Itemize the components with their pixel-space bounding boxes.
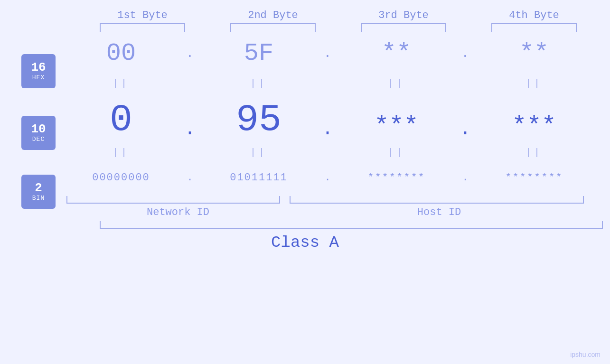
hex-dot-1: . xyxy=(183,46,197,61)
equals-row-1: || || || || xyxy=(66,75,589,92)
hex-row: 00 . 5F . ** . ** xyxy=(66,32,589,75)
hex-dot-2: . xyxy=(320,46,335,61)
dec-dot-3: . xyxy=(458,106,472,139)
bracket-byte1 xyxy=(100,23,185,32)
dec-val-2: 95 xyxy=(236,101,282,139)
bin-cell-4: ******** xyxy=(487,172,582,184)
eq2-c4: || xyxy=(487,147,582,158)
bin-row: 00000000 . 01011111 . ******** . xyxy=(66,161,589,194)
badges-stack: 16 HEX 10 DEC 2 BIN xyxy=(0,45,66,206)
byte1-header: 1st Byte xyxy=(95,9,190,21)
eq1-c4: || xyxy=(487,78,582,89)
host-id-label: Host ID xyxy=(290,206,589,218)
dec-val-1: 0 xyxy=(110,101,132,139)
byte3-header: 3rd Byte xyxy=(356,9,451,21)
dec-val-4: *** xyxy=(512,114,556,139)
bin-badge-label: BIN xyxy=(32,195,45,202)
hex-val-2: 5F xyxy=(244,39,273,67)
byte2-header: 2nd Byte xyxy=(225,9,320,21)
eq1-c3: || xyxy=(349,78,444,89)
bin-dot-1: . xyxy=(183,172,197,184)
class-label: Class A xyxy=(0,233,610,252)
hex-cell-3: ** xyxy=(349,39,444,67)
hex-cell-4: ** xyxy=(487,39,582,67)
network-id-label: Network ID xyxy=(66,206,290,218)
dec-cell-1: 0 xyxy=(74,101,169,139)
bin-cell-1: 00000000 xyxy=(74,172,169,184)
rows-stack: 00 . 5F . ** . ** xyxy=(66,32,589,218)
hex-val-1: 00 xyxy=(106,39,136,67)
hex-cell-2: 5F xyxy=(211,39,306,67)
equals-row-2: || || || || xyxy=(66,144,589,161)
network-bracket xyxy=(66,196,280,204)
dec-cell-4: *** xyxy=(487,114,582,139)
eq2-c2: || xyxy=(211,147,306,158)
eq2-c1: || xyxy=(74,147,169,158)
hex-dot-3: . xyxy=(458,46,472,61)
id-brackets xyxy=(66,195,589,204)
hex-cell-1: 00 xyxy=(74,39,169,67)
eq1-c2: || xyxy=(211,78,306,89)
eq1-c1: || xyxy=(74,78,169,89)
hex-badge: 16 HEX xyxy=(21,54,56,88)
bin-dot-2: . xyxy=(320,172,335,184)
bin-badge: 2 BIN xyxy=(21,175,56,209)
dec-badge-label: DEC xyxy=(32,136,45,143)
bin-cell-2: 01011111 xyxy=(211,172,306,184)
eq2-c3: || xyxy=(349,147,444,158)
hex-badge-num: 16 xyxy=(31,61,46,75)
rows-with-badges: 16 HEX 10 DEC 2 BIN xyxy=(0,32,610,218)
bin-cell-3: ******** xyxy=(349,172,444,184)
bin-val-4: ******** xyxy=(505,172,563,184)
main-container: 1st Byte 2nd Byte 3rd Byte 4th Byte 16 H… xyxy=(0,0,610,364)
bin-val-1: 00000000 xyxy=(92,172,150,184)
dec-badge-num: 10 xyxy=(31,122,46,136)
dec-row: 0 . 95 . *** . *** xyxy=(66,92,589,144)
bracket-byte4 xyxy=(491,23,577,32)
bottom-bracket xyxy=(100,221,603,229)
byte-headers: 1st Byte 2nd Byte 3rd Byte 4th Byte xyxy=(77,0,600,21)
bin-val-2: 01011111 xyxy=(230,172,288,184)
header-brackets xyxy=(77,23,600,32)
bracket-byte3 xyxy=(361,23,446,32)
dec-val-3: *** xyxy=(374,114,419,139)
dec-badge: 10 DEC xyxy=(21,116,56,150)
bin-val-3: ******** xyxy=(367,172,425,184)
bin-dot-3: . xyxy=(458,172,472,184)
hex-val-4: ** xyxy=(519,39,549,67)
bin-badge-num: 2 xyxy=(35,181,42,195)
hex-badge-label: HEX xyxy=(32,74,45,81)
bracket-byte2 xyxy=(230,23,316,32)
dec-cell-3: *** xyxy=(349,114,444,139)
host-bracket xyxy=(290,196,584,204)
hex-val-3: ** xyxy=(382,39,411,67)
dec-cell-2: 95 xyxy=(211,101,306,139)
id-labels: Network ID Host ID xyxy=(66,206,589,218)
watermark: ipshu.com xyxy=(570,351,601,358)
dec-dot-1: . xyxy=(183,106,197,139)
byte4-header: 4th Byte xyxy=(487,9,582,21)
dec-dot-2: . xyxy=(320,106,335,139)
